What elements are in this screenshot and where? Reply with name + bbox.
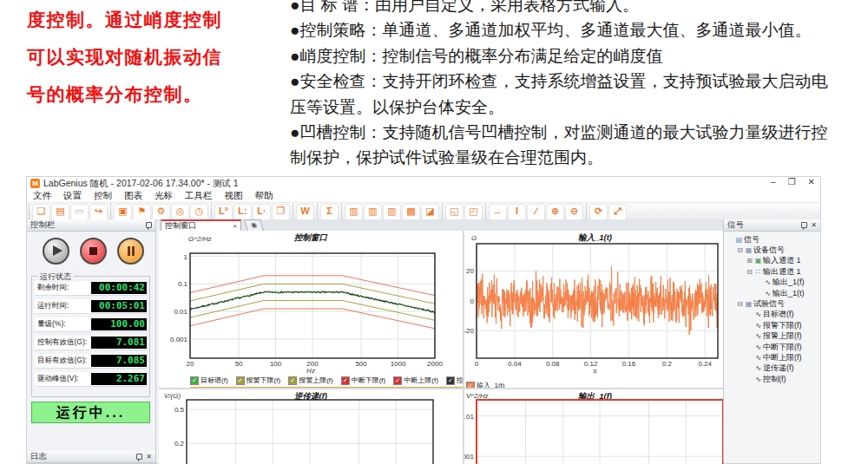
tree-expander-icon[interactable]: ⊞ [746,257,753,265]
maximize-button[interactable]: ❐ [788,177,796,186]
field-label: 驱动峰值(V): [35,374,91,384]
plot-surface[interactable]: 0.010.0010.0001 [464,389,726,464]
grid-windows-2-icon[interactable]: ◰ [464,204,483,220]
tab-close-icon[interactable]: × [233,222,237,230]
tree-item-label: 中断上限(f) [763,352,802,363]
tree-item-输出_1(t)[interactable]: ∿输出_1(t) [724,288,820,298]
layout-2-icon[interactable]: ▥ [364,204,382,220]
clock-icon[interactable]: ◷ [190,204,208,220]
tree-item-label: 目标谱(f) [763,309,794,320]
cursor-l1-icon[interactable]: L° [214,204,233,220]
grid-windows-1-icon[interactable]: ◱ [445,204,464,220]
svg-text:0.16: 0.16 [622,360,636,368]
menu-控制[interactable]: 控制 [88,190,118,202]
open-icon[interactable]: ▭ [70,204,89,220]
field-value-led: 00:00:42 [91,282,147,294]
chart-output-1-f[interactable]: 输出_1(f) V^2/Hz 0.010.0010.0001 [464,389,726,464]
tree-item-控制(f)[interactable]: ∿控制(f) [724,374,820,384]
close-icon[interactable]: ✕ [146,454,152,461]
menu-帮助[interactable]: 帮助 [249,190,279,202]
schedule-icon[interactable]: ◎ [171,204,189,220]
minimize-button[interactable]: – [771,177,776,186]
start-button[interactable] [43,238,69,265]
tree-item-中断下限(f)[interactable]: ∿中断下限(f) [724,342,820,352]
pause-button[interactable] [117,238,144,265]
log-panel-header: 日志 ✕ [27,451,155,463]
save-icon[interactable]: ▤ [51,204,69,220]
statistics-sigma-icon[interactable]: Σ [320,204,339,220]
signal-icon: ∿ [753,310,763,318]
tree-expander-icon[interactable]: ⊟ [736,246,744,254]
menu-图表[interactable]: 图表 [118,190,148,202]
toolbar-group: ↔I∕⊕⊖ [485,204,586,219]
copy-window-icon[interactable]: ❒ [272,204,290,220]
zoom-in-icon[interactable]: ⊕ [546,204,564,220]
settings-gear-icon[interactable]: ⚙ [152,204,170,220]
close-icon[interactable]: ✕ [811,222,817,229]
plot-surface[interactable]: 0.50.20.10.05 [159,389,463,464]
export-icon[interactable]: ↪ [89,204,108,220]
tree-item-报警下限(f)[interactable]: ∿报警下限(f) [724,320,820,330]
control-panel: 控制栏 运行状态 剩余时间:00:00:42运行时间:00:05:01量级(%)… [27,219,156,463]
title-bar[interactable]: M LabGenius 随机 - 2017-02-06 17.34.00* - … [27,177,820,190]
close-button[interactable]: ✕ [808,177,815,186]
play-icon [53,245,62,256]
layout-3-icon[interactable]: ▥ [383,204,401,220]
tree-item-输入通道 1[interactable]: ⊞▣输入通道 1 [724,256,820,266]
tree-item-label: 输出通道 1 [763,266,801,278]
svg-text:0.12: 0.12 [584,360,598,368]
svg-text:0.001: 0.001 [170,336,188,343]
zoom-out-icon[interactable]: ⊖ [565,204,583,220]
h-cursor-icon[interactable]: ↔ [489,204,507,220]
tree-item-试验信号[interactable]: ⊟▦试验信号 [724,298,820,309]
cursor-l2-icon[interactable]: L: [233,204,252,220]
svg-text:0.5: 0.5 [174,406,185,414]
red-note-text: 度控制。通过峭度控制可以实现对随机振动信号的概率分布控制。 [27,1,289,113]
cursor-l3-icon[interactable]: L· [253,204,271,220]
word-export-icon[interactable]: W [296,204,314,220]
menu-工具栏[interactable]: 工具栏 [179,190,219,202]
tree-item-中断上限(f)[interactable]: ∿中断上限(f) [724,352,820,363]
stop-button[interactable] [80,238,107,265]
bullet-line: ●目 标 谱：由用户自定义，采用表格方式输入。 [290,0,868,17]
layout-4-icon[interactable]: ▩ [402,204,420,220]
menu-bar: 文件设置控制图表光标工具栏视图帮助 [27,190,820,203]
pin-icon[interactable] [801,222,807,228]
menu-视图[interactable]: 视图 [219,190,249,202]
chart-control-window[interactable]: 控制窗口 G^2/Hz Hz ✓目标谱(f)✓报警下限(f)✓报警上限(f)✓中… [159,231,463,388]
refresh-icon[interactable]: ⟳ [589,204,608,220]
new-file-icon[interactable]: ❏ [32,204,50,220]
status-field: 剩余时间:00:00:42 [35,281,147,295]
pin-icon[interactable] [136,454,142,460]
tree-item-报警上限(f)[interactable]: ∿报警上限(f) [724,331,820,342]
tree-item-设备信号[interactable]: ⊟▦设备信号 [724,245,820,255]
tree-item-label: 控制(f) [763,374,786,385]
svg-text:0: 0 [475,360,479,368]
tree-item-目标谱(f)[interactable]: ∿目标谱(f) [724,310,820,320]
tab-control-window[interactable]: 控制窗口 × [161,219,241,231]
tree-item-label: 设备信号 [753,245,785,256]
slope-cursor-icon[interactable]: ∕ [527,204,545,220]
plot-surface[interactable]: 20501002005001000200010.10.010.001 [159,231,463,388]
layout-5-icon[interactable]: ◪ [421,204,439,220]
menu-光标[interactable]: 光标 [148,190,179,202]
layout-1-icon[interactable]: ▥ [345,204,363,220]
plot-surface[interactable]: 00.040.080.120.160.20.24200-20 [464,231,726,388]
fit-scale-icon[interactable]: ⤢ [608,204,627,220]
tree-item-信号[interactable]: ▤信号 [724,234,820,245]
tree-item-逆传递(f)[interactable]: ∿逆传递(f) [724,363,820,374]
pin-icon[interactable] [146,222,152,228]
tree-expander-icon[interactable]: ⊟ [736,300,744,308]
v-cursor-icon[interactable]: I [508,204,526,220]
report-icon[interactable]: ▣ [114,204,132,220]
tree-item-输出通道 1[interactable]: ⊟∷输出通道 1 [724,266,820,277]
flag-icon[interactable]: ⚑ [133,204,151,220]
tab-screenshot[interactable]: ◉ [244,219,264,231]
tree-expander-icon[interactable]: ⊟ [746,268,753,276]
tree-item-输出_1(f)[interactable]: ∿输出_1(f) [724,278,820,288]
chart-input-1-t[interactable]: 输入_1(t) G s ✓输入_1(t) 00.040.080.120.160.… [464,231,726,388]
chart-inverse-transfer[interactable]: 逆传递(f) V/(G) 0.50.20.10.05 [159,389,463,464]
menu-文件[interactable]: 文件 [27,190,57,202]
menu-设置[interactable]: 设置 [57,190,88,202]
signal-icon: ∿ [753,343,763,351]
